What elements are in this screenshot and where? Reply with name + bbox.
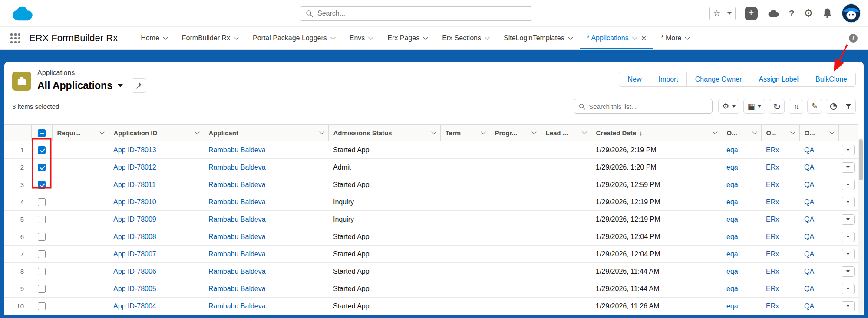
pin-button[interactable] (132, 78, 146, 93)
avatar[interactable] (842, 3, 861, 23)
nav-tab-erx-pages[interactable]: Erx Pages × (380, 27, 435, 49)
column-header-admissions-status[interactable]: Admissions Status ↓ (328, 125, 440, 141)
o1-link[interactable]: eqa (726, 198, 738, 206)
o1-link[interactable]: eqa (726, 250, 738, 258)
chevron-down-icon[interactable] (582, 129, 587, 134)
application-id-link[interactable]: App ID-78012 (113, 164, 156, 171)
row-checkbox[interactable] (38, 146, 46, 154)
column-header-application-id[interactable]: Application ID ↓ (109, 125, 204, 141)
bulkclone-button[interactable]: BulkClone (807, 72, 856, 87)
global-search-input[interactable] (317, 10, 527, 17)
o1-link[interactable]: eqa (726, 164, 738, 171)
row-actions-button[interactable] (842, 232, 855, 242)
o2-link[interactable]: ERx (766, 216, 779, 223)
info-icon[interactable]: i (849, 34, 858, 43)
o3-link[interactable]: QA (804, 181, 814, 188)
chevron-down-icon[interactable] (423, 35, 428, 39)
row-checkbox[interactable] (38, 302, 46, 310)
chevron-down-icon[interactable] (829, 129, 834, 134)
applicant-link[interactable]: Rambabu Baldeva (208, 233, 266, 240)
row-checkbox[interactable] (38, 233, 46, 241)
o1-link[interactable]: eqa (726, 146, 738, 154)
application-id-link[interactable]: App ID-78013 (113, 146, 156, 154)
row-checkbox[interactable] (38, 268, 46, 275)
column-header-progr[interactable]: Progr... ↓ (490, 125, 541, 141)
column-header-o-3[interactable]: O... ↓ (799, 125, 838, 141)
import-button[interactable]: Import (650, 72, 686, 87)
o3-link[interactable]: QA (804, 302, 814, 310)
setup-button[interactable]: ⚙ (804, 8, 813, 19)
nav-tab-erx-sections[interactable]: Erx Sections × (435, 27, 496, 49)
column-header-o[interactable]: O... ↓ (722, 125, 761, 141)
o3-link[interactable]: QA (804, 216, 814, 223)
row-actions-button[interactable] (842, 301, 855, 311)
chevron-down-icon[interactable] (713, 129, 717, 134)
applicant-link[interactable]: Rambabu Baldeva (208, 268, 266, 275)
list-search-input[interactable] (589, 103, 707, 110)
o2-link[interactable]: ERx (766, 285, 779, 292)
o2-link[interactable]: ERx (766, 268, 779, 275)
column-header-requi[interactable]: Requi... ↓ (52, 125, 109, 141)
o3-link[interactable]: QA (804, 250, 814, 258)
o3-link[interactable]: QA (804, 198, 814, 206)
o3-link[interactable]: QA (804, 268, 814, 275)
chevron-down-icon[interactable] (163, 35, 168, 39)
chevron-down-icon[interactable] (195, 129, 199, 134)
favorites-menu-button[interactable] (724, 7, 735, 20)
column-header-applicant[interactable]: Applicant ↓ (204, 125, 328, 141)
row-checkbox[interactable] (38, 250, 46, 258)
table-row[interactable]: 8 App ID-78006 Rambabu Baldeva Started A… (4, 263, 858, 280)
app-launcher-icon[interactable] (8, 31, 23, 46)
o1-link[interactable]: eqa (726, 268, 738, 275)
application-id-link[interactable]: App ID-78010 (113, 198, 156, 206)
row-checkbox[interactable] (38, 164, 46, 171)
chevron-down-icon[interactable] (369, 35, 373, 39)
o2-link[interactable]: ERx (766, 181, 779, 188)
application-id-link[interactable]: App ID-78011 (113, 181, 156, 188)
assign-label-button[interactable]: Assign Label (750, 72, 807, 87)
global-search[interactable] (300, 6, 532, 21)
o1-link[interactable]: eqa (726, 302, 738, 310)
close-icon[interactable]: × (641, 34, 647, 43)
column-header-created-date[interactable]: Created Date ↓ (591, 125, 722, 141)
row-checkbox[interactable] (38, 285, 46, 293)
change-owner-button[interactable]: Change Owner (687, 72, 751, 87)
applicant-link[interactable]: Rambabu Baldeva (208, 302, 266, 310)
new-button[interactable]: New (619, 72, 650, 87)
nav-tab-formbuilder-rx[interactable]: FormBuilder Rx × (175, 27, 245, 49)
row-actions-button[interactable] (842, 162, 855, 173)
chevron-down-icon[interactable] (118, 84, 123, 87)
o1-link[interactable]: eqa (726, 181, 738, 188)
display-as-button[interactable]: ▦ (743, 99, 765, 114)
nav-tab-applications[interactable]: * Applications × (580, 27, 654, 49)
filter-button[interactable] (841, 99, 856, 114)
refresh-button[interactable]: ↻ (769, 99, 785, 114)
trailhead-button[interactable] (767, 9, 780, 18)
applicant-link[interactable]: Rambabu Baldeva (208, 250, 266, 258)
notifications-button[interactable] (822, 8, 832, 19)
table-row[interactable]: 10 App ID-78004 Rambabu Baldeva Started … (4, 298, 858, 315)
select-all-checkbox[interactable] (38, 129, 46, 137)
o2-link[interactable]: ERx (766, 164, 779, 171)
global-actions-button[interactable]: + (745, 7, 758, 20)
applicant-link[interactable]: Rambabu Baldeva (208, 164, 266, 171)
o3-link[interactable]: QA (804, 164, 814, 171)
table-row[interactable]: 9 App ID-78005 Rambabu Baldeva Started A… (4, 280, 858, 298)
o2-link[interactable]: ERx (766, 302, 779, 310)
application-id-link[interactable]: App ID-78008 (113, 233, 156, 240)
o1-link[interactable]: eqa (726, 233, 738, 240)
o1-link[interactable]: eqa (726, 285, 738, 292)
o2-link[interactable]: ERx (766, 233, 779, 240)
column-header-o-2[interactable]: O... ↓ (761, 125, 799, 141)
row-actions-button[interactable] (842, 197, 855, 207)
list-view-name[interactable]: All Applications (37, 80, 112, 92)
sort-button[interactable]: ↑↓ (789, 99, 803, 114)
vertical-scrollbar[interactable] (858, 138, 863, 314)
nav-tab-more[interactable]: * More × (653, 27, 696, 49)
row-actions-button[interactable] (842, 249, 855, 259)
chevron-down-icon[interactable] (431, 129, 436, 134)
applicant-link[interactable]: Rambabu Baldeva (208, 216, 266, 223)
row-actions-button[interactable] (842, 214, 855, 225)
row-actions-button[interactable] (842, 266, 855, 277)
o2-link[interactable]: ERx (766, 250, 779, 258)
